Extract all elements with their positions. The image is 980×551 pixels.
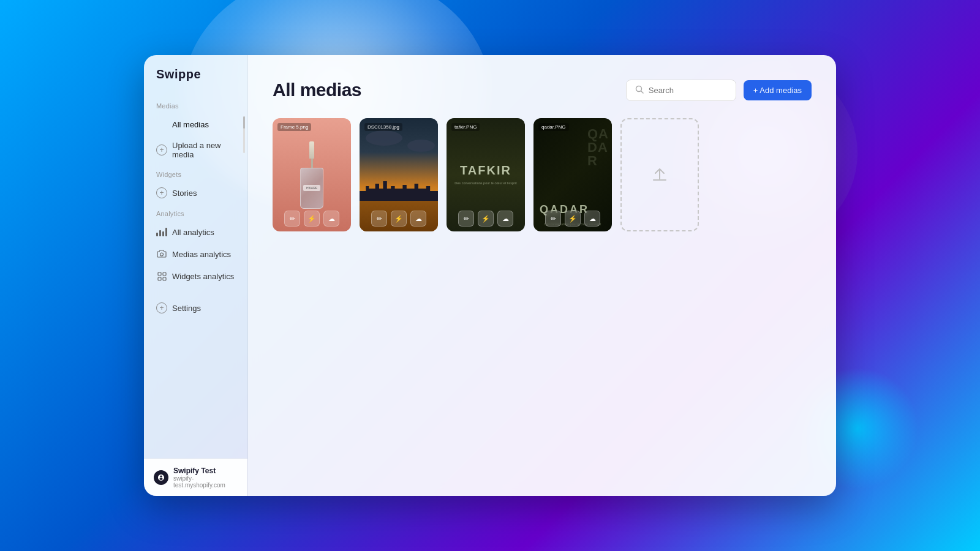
content-header: All medias + Add medias <box>273 80 812 101</box>
app-logo: Swippe <box>144 67 247 96</box>
card-4-inner: QADAR QADAR Des conversations pour le co… <box>533 118 612 231</box>
card-1-edit-btn[interactable]: ✏ <box>284 211 300 227</box>
sidebar-section-analytics: Analytics <box>144 204 247 221</box>
footer-shop-url: swipify-test.myshopify.com <box>173 475 238 489</box>
card-4-edit-btn[interactable]: ✏ <box>545 211 561 227</box>
sidebar-label-settings: Settings <box>172 304 201 313</box>
account-icon <box>154 470 168 485</box>
svg-line-6 <box>641 91 643 94</box>
footer-text-block: Swipify Test swipify-test.myshopify.com <box>173 467 238 489</box>
sidebar-label-stories: Stories <box>172 189 197 198</box>
upload-icon <box>651 167 668 184</box>
svg-rect-1 <box>158 272 161 276</box>
grid-small-icon <box>156 271 167 282</box>
plus-circle-settings-icon: + <box>156 302 167 313</box>
card-3-inner: TAFKIR Des conversations pour le cœur et… <box>447 118 525 231</box>
qadar-overlay-text: QADAR <box>587 127 609 168</box>
bottle-cap <box>309 141 314 159</box>
card-2-lightning-btn[interactable]: ⚡ <box>391 211 407 227</box>
card-3-actions: ✏ ⚡ ☁ <box>447 211 525 227</box>
serum-bottle-image: H'KARE <box>296 141 327 209</box>
sidebar-section-medias: Medias <box>144 96 247 113</box>
sidebar-item-upload-media[interactable]: + Upload a new media <box>144 135 247 165</box>
card-4-filename: qadar.PNG <box>538 123 569 131</box>
card-4-cloud-btn[interactable]: ☁ <box>584 211 600 227</box>
page-title: All medias <box>273 80 361 100</box>
media-card-1[interactable]: H'KARE Frame 5.png ✏ ⚡ ☁ <box>273 118 351 231</box>
scroll-indicator <box>243 116 245 153</box>
card-1-cloud-btn[interactable]: ☁ <box>323 211 339 227</box>
media-card-3[interactable]: TAFKIR Des conversations pour le cœur et… <box>447 118 525 231</box>
card-2-edit-btn[interactable]: ✏ <box>371 211 387 227</box>
plus-circle-icon: + <box>156 144 167 156</box>
cloud-2 <box>407 140 435 152</box>
grid-icon <box>156 119 167 130</box>
cloud-1 <box>366 130 402 146</box>
sidebar-item-stories[interactable]: + Stories <box>144 182 247 204</box>
plus-circle-stories-icon: + <box>156 187 167 198</box>
svg-point-0 <box>160 253 164 256</box>
card-1-inner: H'KARE Frame 5.png ✏ ⚡ ☁ <box>273 118 351 231</box>
search-icon <box>635 85 644 96</box>
card-3-edit-btn[interactable]: ✏ <box>458 211 474 227</box>
sidebar-footer-account[interactable]: Swipify Test swipify-test.myshopify.com <box>154 467 238 489</box>
sidebar: Swippe Medias All medias + Upload a new … <box>144 55 248 496</box>
bottle-body: H'KARE <box>300 168 323 209</box>
search-box[interactable] <box>626 80 736 101</box>
media-card-4[interactable]: QADAR QADAR Des conversations pour le co… <box>533 118 612 231</box>
card-1-filename: Frame 5.png <box>277 123 311 131</box>
sidebar-item-medias-analytics[interactable]: Medias analytics <box>144 243 247 265</box>
app-window: Swippe Medias All medias + Upload a new … <box>144 55 836 496</box>
card-3-cloud-btn[interactable]: ☁ <box>497 211 513 227</box>
camera-icon <box>156 249 167 260</box>
sidebar-label-widgets-analytics: Widgets analytics <box>172 272 234 281</box>
card-3-lightning-btn[interactable]: ⚡ <box>478 211 494 227</box>
card-2-inner: DSC01358.jpg ✏ ⚡ ☁ <box>360 118 438 231</box>
sidebar-label-upload: Upload a new media <box>172 141 235 159</box>
search-input[interactable] <box>649 86 727 95</box>
sidebar-item-all-medias[interactable]: All medias <box>144 113 247 135</box>
city-silhouette <box>360 176 438 201</box>
footer-shop-name: Swipify Test <box>173 467 238 475</box>
card-2-cloud-btn[interactable]: ☁ <box>410 211 426 227</box>
sidebar-label-all-medias: All medias <box>172 120 209 129</box>
sidebar-footer: Swipify Test swipify-test.myshopify.com <box>144 459 247 496</box>
card-1-lightning-btn[interactable]: ⚡ <box>304 211 320 227</box>
media-card-2[interactable]: DSC01358.jpg ✏ ⚡ ☁ <box>360 118 438 231</box>
tafkir-subtitle-text: Des conversations pour le cœur et l'espr… <box>448 181 522 186</box>
sidebar-item-settings[interactable]: + Settings <box>144 297 247 319</box>
svg-rect-3 <box>158 277 161 280</box>
svg-rect-4 <box>163 277 166 280</box>
sidebar-item-all-analytics[interactable]: All analytics <box>144 221 247 243</box>
add-media-button[interactable]: + Add medias <box>744 80 812 100</box>
bottle-dropper <box>311 159 313 167</box>
sidebar-scroll: Medias All medias + Upload a new media W… <box>144 96 247 496</box>
card-4-lightning-btn[interactable]: ⚡ <box>565 211 581 227</box>
sidebar-label-medias-analytics: Medias analytics <box>172 250 231 259</box>
main-content: All medias + Add medias <box>248 55 836 496</box>
media-grid: H'KARE Frame 5.png ✏ ⚡ ☁ <box>273 118 812 231</box>
bottle-label: H'KARE <box>303 185 320 191</box>
card-1-actions: ✏ ⚡ ☁ <box>273 211 351 227</box>
upload-card[interactable] <box>620 118 699 231</box>
sidebar-section-widgets: Widgets <box>144 165 247 182</box>
bar-chart-icon <box>156 227 167 238</box>
scroll-thumb <box>243 116 245 129</box>
header-actions: + Add medias <box>626 80 812 101</box>
card-2-actions: ✏ ⚡ ☁ <box>360 211 438 227</box>
card-4-actions: ✏ ⚡ ☁ <box>533 211 612 227</box>
card-3-filename: tafkir.PNG <box>451 123 480 131</box>
svg-rect-2 <box>163 272 166 276</box>
tafkir-title-text: TAFKIR <box>460 163 511 178</box>
sidebar-label-all-analytics: All analytics <box>172 228 214 237</box>
sidebar-item-widgets-analytics[interactable]: Widgets analytics <box>144 265 247 287</box>
card-2-filename: DSC01358.jpg <box>364 123 402 131</box>
